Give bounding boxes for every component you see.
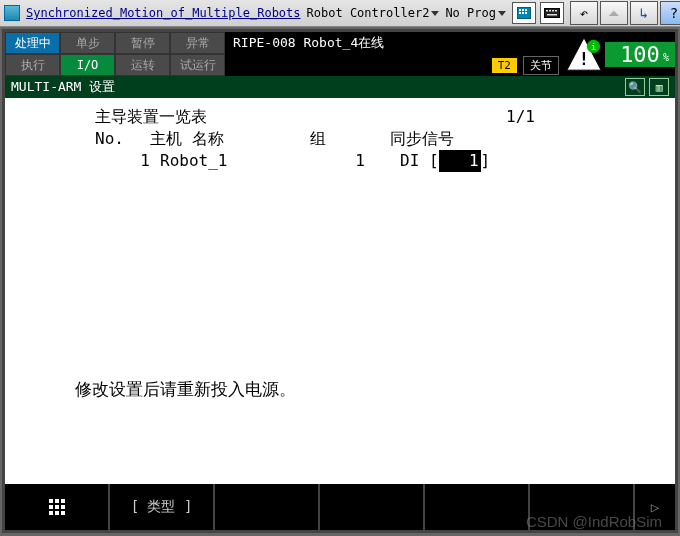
softkey-f2-type[interactable]: [ 类型 ] (110, 484, 215, 530)
svg-rect-4 (519, 12, 521, 14)
status-step: 单步 (60, 32, 115, 54)
list-title: 主导装置一览表 (95, 106, 207, 128)
svg-rect-5 (522, 12, 524, 14)
svg-rect-2 (522, 9, 524, 11)
status-panel: 处理中 单步 暂停 异常 RIPE-008 Robot_4在线 T2 关节 i!… (5, 32, 675, 76)
status-io: I/O (60, 54, 115, 76)
page-indicator: 1/1 (506, 106, 535, 128)
controller-label: Robot Controller2 (307, 6, 430, 20)
svg-text:i: i (591, 41, 597, 52)
softkey-f5[interactable] (425, 484, 530, 530)
softkey-f3[interactable] (215, 484, 320, 530)
override-unit: % (663, 52, 669, 63)
svg-text:!: ! (579, 49, 589, 69)
screen-header: MULTI-ARM 设置 🔍 ▥ (5, 76, 675, 98)
help-button[interactable]: ? (660, 1, 680, 25)
softkey-f6[interactable] (530, 484, 635, 530)
col-group: 组 (310, 128, 390, 150)
teach-mode-badge: T2 (492, 58, 517, 73)
program-label: No Prog (445, 6, 496, 20)
signal-number-input[interactable]: 1 (439, 150, 481, 172)
teach-pendant-body: 处理中 单步 暂停 异常 RIPE-008 Robot_4在线 T2 关节 i!… (2, 29, 678, 533)
table-row[interactable]: 1 Robot_1 1 DI [1] (95, 150, 655, 172)
fwd-button[interactable]: ↳ (630, 1, 658, 25)
svg-rect-1 (519, 9, 521, 11)
keyboard-icon[interactable] (540, 2, 564, 24)
content-area: 主导装置一览表 1/1 No. 主机 名称 组 同步信号 1 Robot_1 1… (5, 98, 675, 484)
override-value: 100 (620, 42, 660, 67)
softkey-f4[interactable] (320, 484, 425, 530)
keypad-icon[interactable] (512, 2, 536, 24)
status-busy: 处理中 (5, 32, 60, 54)
svg-rect-13 (547, 14, 557, 16)
svg-rect-10 (549, 10, 551, 12)
titlebar: Synchronized_Motion_of_Multiple_Robots R… (0, 0, 680, 27)
cell-group: 1 (320, 150, 400, 172)
svg-rect-9 (546, 10, 548, 12)
chevron-down-icon (431, 11, 439, 16)
cell-host: Robot_1 (160, 150, 320, 172)
program-selector[interactable]: No Prog (445, 6, 506, 20)
svg-rect-3 (525, 9, 527, 11)
status-fault: 异常 (170, 32, 225, 54)
status-prod: 运转 (115, 54, 170, 76)
cell-no: 1 (95, 150, 160, 172)
notice-message: 修改设置后请重新投入电源。 (75, 378, 296, 400)
app-icon (4, 5, 20, 21)
svg-rect-12 (555, 10, 557, 12)
status-hold: 暂停 (115, 32, 170, 54)
table-header: No. 主机 名称 组 同步信号 (95, 128, 655, 150)
override-display[interactable]: 100 % (605, 42, 675, 67)
svg-rect-6 (525, 12, 527, 14)
back-button[interactable]: ↶ (570, 1, 598, 25)
svg-rect-11 (552, 10, 554, 12)
app-title: Synchronized_Motion_of_Multiple_Robots (26, 6, 301, 20)
status-message-area: RIPE-008 Robot_4在线 T2 关节 i! 100 % (225, 32, 675, 76)
cell-sync: DI [1] (400, 150, 560, 172)
status-test: 试运行 (170, 54, 225, 76)
status-message: RIPE-008 Robot_4在线 (225, 34, 563, 52)
status-run: 执行 (5, 54, 60, 76)
screen-title: MULTI-ARM 设置 (11, 78, 115, 96)
tree-button[interactable]: ⏶ (600, 1, 628, 25)
warning-icon: i! (563, 35, 605, 73)
col-no: No. (95, 128, 150, 150)
chevron-down-icon (498, 11, 506, 16)
coord-badge[interactable]: 关节 (523, 56, 559, 75)
layout-icon[interactable]: ▥ (649, 78, 669, 96)
softkey-next[interactable]: ▷ (635, 484, 675, 530)
col-sync: 同步信号 (390, 128, 510, 150)
col-host: 主机 名称 (150, 128, 310, 150)
softkey-menu[interactable] (5, 484, 110, 530)
zoom-icon[interactable]: 🔍 (625, 78, 645, 96)
controller-selector[interactable]: Robot Controller2 (307, 6, 440, 20)
softkey-bar: [ 类型 ] ▷ (5, 484, 675, 530)
